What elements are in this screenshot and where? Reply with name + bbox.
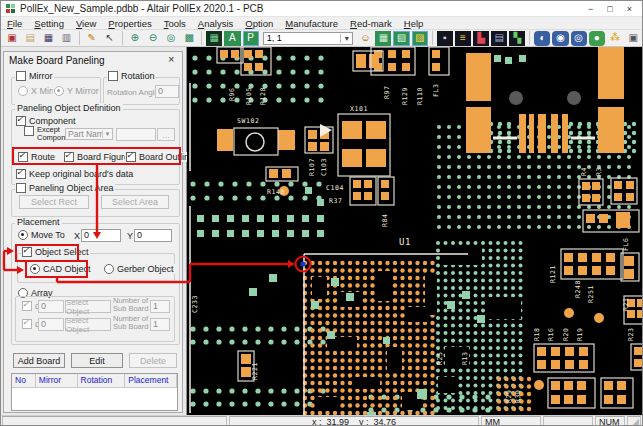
y-mirror-radio[interactable]: Y Mirror xyxy=(53,86,100,96)
x-input[interactable]: 0 xyxy=(81,229,121,242)
paneling-table[interactable]: NoMirrorRotationPlacement xyxy=(11,373,178,411)
wand-icon[interactable]: ⁂ xyxy=(607,31,623,46)
board-view-icon[interactable]: ▦ xyxy=(206,31,222,46)
svg-text:R105: R105 xyxy=(245,87,253,105)
zoom-in-icon[interactable]: ⊕ xyxy=(127,31,143,46)
artwork-top-icon[interactable]: A xyxy=(224,31,240,46)
file-open-icon[interactable]: ▤ xyxy=(22,31,38,46)
maximize-button[interactable]: □ xyxy=(607,4,612,14)
client-area: Make Board Paneling × Mirror X Mirror Y … xyxy=(1,47,643,415)
layer-dark-3-icon[interactable]: ▙ xyxy=(473,31,489,46)
paneling-object-area-checkbox[interactable]: Paneling Object Area xyxy=(15,183,115,193)
select-object-y-button[interactable]: Select Object xyxy=(65,318,111,331)
edit-button[interactable]: Edit xyxy=(71,353,123,368)
user-info-icon[interactable]: ☺ xyxy=(357,31,373,46)
sub-board-x-input[interactable]: 1 xyxy=(150,300,170,313)
y-input[interactable]: 0 xyxy=(134,229,172,242)
zoom-out-icon[interactable]: ⊖ xyxy=(145,31,161,46)
layer-dark-5-icon[interactable]: ▚ xyxy=(509,31,525,46)
toolbar-separator xyxy=(122,31,123,45)
dialog-close-icon[interactable]: × xyxy=(168,53,174,65)
minimize-button[interactable]: − xyxy=(588,4,593,14)
menu-tools[interactable]: Tools xyxy=(158,18,192,29)
svg-text:R248: R248 xyxy=(574,280,582,298)
column-header-placement[interactable]: Placement xyxy=(125,374,177,387)
page-select-combo[interactable]: 1, 1▾ xyxy=(263,32,354,45)
board-green-3-icon[interactable]: ▨ xyxy=(412,31,428,46)
svg-text:R4: R4 xyxy=(580,167,588,176)
menu-option[interactable]: Option xyxy=(239,18,279,29)
svg-text:FL3: FL3 xyxy=(432,83,440,97)
tool-blue-2-icon[interactable]: ◉ xyxy=(552,31,568,46)
dy-input[interactable]: 0 xyxy=(38,318,64,331)
menu-help[interactable]: Help xyxy=(398,18,430,29)
svg-text:R23: R23 xyxy=(627,327,635,341)
svg-text:R13: R13 xyxy=(461,351,469,365)
column-header-rotation[interactable]: Rotation xyxy=(78,374,126,387)
mirror-checkbox[interactable]: Mirror xyxy=(15,71,54,81)
pcb-canvas[interactable]: R96R105R128R97R129R110FL3SW102X101U1R107… xyxy=(187,47,643,415)
board-green-2-icon[interactable]: ▧ xyxy=(393,31,409,46)
select-area-button[interactable]: Select Area xyxy=(101,195,169,209)
route-checkbox[interactable]: Route xyxy=(17,152,56,162)
cad-object-radio[interactable]: CAD Object xyxy=(29,264,92,274)
board-green-1-icon[interactable]: ▦ xyxy=(375,31,391,46)
board-outline-checkbox[interactable]: Board Outline xyxy=(125,152,195,162)
zoom-window-icon[interactable]: ◎ xyxy=(163,31,179,46)
layer-dark-2-icon[interactable]: ≡ xyxy=(455,31,471,46)
units-indicator: MM xyxy=(481,416,541,426)
toolbar: ▣▤▦▥✎↖⊕⊖◎▩▦AP1, 1▾☺▦▧▨▪≡▙▤▚◐◉◎●⁂▣ xyxy=(1,29,642,47)
artwork-pcb-icon[interactable]: P xyxy=(243,31,259,46)
tool-blue-1-icon[interactable]: ◐ xyxy=(534,31,550,46)
menu-manufacture[interactable]: Manufacture xyxy=(279,18,344,29)
delete-button[interactable]: Delete xyxy=(129,353,177,368)
layer-dark-4-icon[interactable]: ▤ xyxy=(491,31,507,46)
app-icon xyxy=(6,4,16,14)
menu-properties[interactable]: Properties xyxy=(102,18,157,29)
toolbar-separator xyxy=(201,31,202,45)
svg-text:R37: R37 xyxy=(329,197,343,205)
tool-blue-3-icon[interactable]: ◎ xyxy=(571,31,587,46)
menu-analysis[interactable]: Analysis xyxy=(192,18,239,29)
menu-file[interactable]: File xyxy=(1,18,28,29)
select-object-x-button[interactable]: Select Object xyxy=(65,300,111,313)
snapshot-icon[interactable]: ▣ xyxy=(625,31,641,46)
rotation-angle-input[interactable]: 0 xyxy=(155,85,179,98)
rotation-checkbox[interactable]: Rotation xyxy=(107,71,156,81)
except-filter-input[interactable] xyxy=(116,128,156,141)
make-board-paneling-panel: Make Board Paneling × Mirror X Mirror Y … xyxy=(1,47,187,415)
select-cursor-icon[interactable]: ↖ xyxy=(102,31,118,46)
zoom-fit-icon[interactable]: ▩ xyxy=(181,31,197,46)
svg-text:R18: R18 xyxy=(533,327,541,341)
svg-text:R3: R3 xyxy=(595,167,603,176)
toolbar-separator xyxy=(529,31,530,45)
number-of-sub-board-x-label: Number of Sub Board xyxy=(113,297,149,313)
close-button[interactable]: × xyxy=(627,4,632,14)
window-title: PollEx_New_Sample.pdbb - Altair PollEx 2… xyxy=(20,3,263,14)
menu-view[interactable]: View xyxy=(70,18,102,29)
column-header-mirror[interactable]: Mirror xyxy=(36,374,78,387)
gerber-object-radio[interactable]: Gerber Object xyxy=(103,264,175,274)
browse-button[interactable]: ... xyxy=(157,128,175,141)
select-rect-button[interactable]: Select Rect xyxy=(19,195,89,209)
move-to-radio[interactable]: Move To xyxy=(17,230,66,240)
menu-redmark[interactable]: Red-mark xyxy=(344,18,398,29)
column-header-no[interactable]: No xyxy=(12,374,36,387)
board-figure-checkbox[interactable]: Board Figure xyxy=(63,152,130,162)
print-icon[interactable]: ▥ xyxy=(58,31,74,46)
part-name-select[interactable]: Part Name▾ xyxy=(65,128,113,140)
svg-text:SW102: SW102 xyxy=(237,117,260,125)
menu-setting[interactable]: Setting xyxy=(28,18,70,29)
layer-dark-1-icon[interactable]: ▪ xyxy=(437,31,453,46)
title-bar: PollEx_New_Sample.pdbb - Altair PollEx 2… xyxy=(1,1,642,17)
save-icon[interactable]: ▦ xyxy=(40,31,56,46)
keep-original-checkbox[interactable]: Keep original board's data xyxy=(15,169,134,179)
sub-board-y-input[interactable]: 1 xyxy=(150,318,170,331)
object-select-checkbox[interactable]: Object Select xyxy=(21,247,90,257)
markers-icon[interactable]: ✎ xyxy=(84,31,100,46)
file-close-icon[interactable]: ▣ xyxy=(4,31,20,46)
resize-grip-icon[interactable]: ◢ xyxy=(633,417,640,426)
tool-green-icon[interactable]: ● xyxy=(589,31,605,46)
add-board-button[interactable]: Add Board xyxy=(13,353,65,368)
dx-input[interactable]: 0 xyxy=(38,300,64,313)
